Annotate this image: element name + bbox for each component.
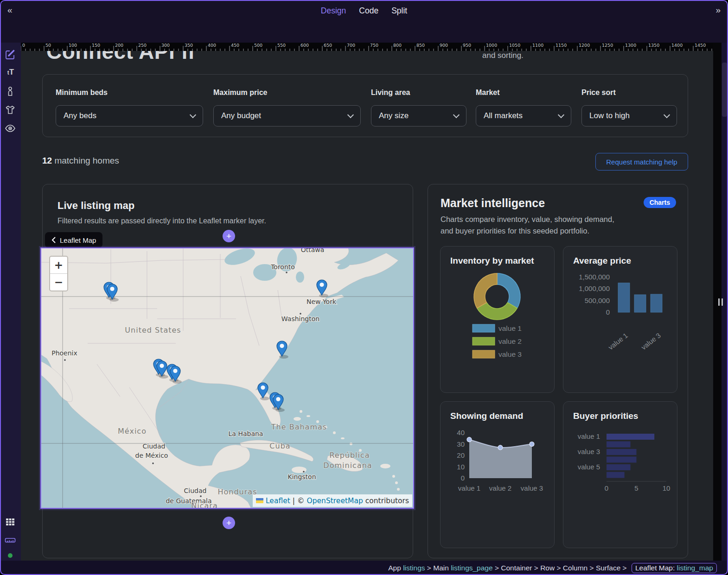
horizontal-ruler: 0501001502002503003504004505005506006507… (19, 43, 713, 51)
breadcrumb-text: > Container > Row > Column > Surface > (493, 564, 629, 572)
map-label: Ciudad (184, 487, 207, 494)
map-label: Ciudad (143, 442, 166, 450)
chevron-down-icon (664, 111, 670, 118)
map-attribution: Leaflet | © OpenStreetMap contributors (253, 494, 412, 507)
grid-apps-icon[interactable] (5, 516, 17, 528)
svg-text:value 1: value 1 (458, 484, 480, 492)
svg-text:50: 50 (45, 43, 51, 48)
price-sort-select[interactable]: Low to high (581, 105, 677, 126)
filters-card: Minimum beds Any beds Maximum price Any … (42, 74, 688, 137)
svg-text:10: 10 (663, 484, 671, 492)
svg-text:20: 20 (457, 451, 465, 459)
svg-text:0: 0 (606, 308, 610, 316)
svg-text:1400: 1400 (671, 43, 683, 48)
edit-tool-icon[interactable] (5, 49, 17, 61)
map-label: Toronto (270, 263, 295, 271)
map-label: Phoenix (51, 349, 77, 357)
map-label: Kingston (287, 473, 316, 480)
visibility-eye-icon[interactable] (5, 123, 17, 135)
svg-text:900: 900 (440, 43, 448, 48)
collapse-left-icon[interactable]: « (7, 5, 13, 15)
add-component-below-button[interactable]: + (223, 517, 235, 529)
svg-text:value 1: value 1 (607, 331, 629, 351)
add-component-above-button[interactable]: + (223, 230, 235, 242)
inventory-by-market-chart-card: Inventory by market value 1value 2value … (440, 246, 555, 393)
breadcrumb: App listings > Main listings_page > Cont… (0, 561, 728, 575)
app-window: « Design Code Split » (0, 0, 728, 575)
svg-text:150: 150 (92, 43, 100, 48)
results-count-text: matching homes (52, 156, 119, 165)
panel-drag-handle[interactable] (718, 298, 723, 306)
svg-text:600: 600 (300, 43, 309, 48)
leaflet-map[interactable]: OttawaTorontoNew YorkWashingtonUnited St… (40, 247, 414, 509)
svg-text:500: 500 (254, 43, 262, 48)
map-card-subtitle: Filtered results are passed directly int… (57, 217, 266, 225)
breadcrumb-link[interactable]: listings_page (451, 564, 492, 572)
selected-component-tag[interactable]: Leaflet Map (45, 232, 102, 248)
minimum-beds-value: Any beds (64, 111, 96, 120)
charts-badge: Charts (644, 197, 676, 208)
svg-text:value 2: value 2 (489, 484, 511, 492)
svg-text:950: 950 (463, 43, 471, 48)
text-tool-icon[interactable]: tT (5, 68, 17, 80)
svg-text:value 3: value 3 (578, 448, 600, 455)
openstreetmap-link[interactable]: OpenStreetMap (307, 497, 363, 505)
ruler-toggle-icon[interactable] (5, 535, 17, 547)
svg-text:650: 650 (324, 43, 332, 48)
theme-shirt-icon[interactable] (5, 104, 17, 116)
status-dot (8, 553, 13, 558)
ukraine-flag-icon (256, 498, 263, 503)
svg-text:0: 0 (22, 43, 25, 48)
collapse-right-icon[interactable]: » (715, 5, 721, 15)
filter-label-price-sort: Price sort (581, 88, 616, 97)
component-tool-icon[interactable] (5, 86, 17, 98)
selected-component-label: Leaflet Map (60, 236, 96, 244)
average-price-chart-card: Average price 0500,0001,000,0001,500,000… (563, 246, 677, 393)
scrollbar-thumb[interactable] (722, 63, 727, 117)
breadcrumb-text: App (388, 564, 403, 572)
map-label: Dominicana (323, 461, 372, 470)
breadcrumb-selected-chip[interactable]: Leaflet Map: listing_map (632, 563, 717, 573)
market-card-subtitle: Charts compare inventory, value, showing… (441, 214, 614, 237)
breadcrumb-link[interactable]: listings (403, 564, 425, 572)
svg-text:0: 0 (461, 474, 465, 482)
svg-text:400: 400 (208, 43, 216, 48)
zoom-out-button[interactable]: − (50, 273, 67, 291)
living-area-select[interactable]: Any size (371, 105, 466, 126)
request-matching-help-button[interactable]: Request matching help (595, 153, 688, 171)
market-select[interactable]: All markets (476, 105, 571, 126)
zoom-in-button[interactable]: + (50, 257, 67, 273)
map-card-title: Live listing map (57, 200, 134, 212)
map-label: Cuba (269, 442, 290, 450)
svg-text:40: 40 (457, 429, 465, 436)
view-tabs: Design Code Split (321, 0, 407, 21)
left-sidebar: tT (0, 43, 21, 562)
design-canvas: Connect API fi and sorting. Minimum beds… (21, 51, 713, 561)
tab-code[interactable]: Code (359, 6, 378, 16)
svg-text:value 1: value 1 (498, 324, 522, 332)
attribution-contributors: contributors (365, 497, 409, 505)
heading-trailing-text: and sorting. (482, 51, 524, 60)
tab-design[interactable]: Design (321, 6, 346, 16)
breadcrumb-chip-name[interactable]: listing_map (677, 564, 713, 572)
svg-text:1,000,000: 1,000,000 (579, 284, 610, 292)
svg-text:1250: 1250 (602, 43, 613, 48)
copyright-symbol: © (297, 497, 305, 505)
tab-split[interactable]: Split (391, 6, 407, 16)
svg-text:700: 700 (347, 43, 355, 48)
svg-text:30: 30 (457, 440, 465, 448)
maximum-price-select[interactable]: Any budget (213, 105, 361, 126)
chevron-down-icon (347, 111, 354, 118)
minimum-beds-select[interactable]: Any beds (56, 105, 203, 126)
leaflet-link[interactable]: Leaflet (266, 497, 290, 505)
market-intelligence-card: Market intelligence Charts Charts compar… (428, 184, 688, 558)
price-sort-value: Low to high (589, 111, 630, 120)
svg-text:10: 10 (457, 463, 465, 471)
svg-text:1450: 1450 (695, 43, 706, 48)
chevron-down-icon (453, 111, 460, 118)
svg-text:350: 350 (185, 43, 193, 48)
inventory-donut-chart: value 1value 2value 3 (441, 246, 554, 392)
breadcrumb-text: > (425, 564, 434, 572)
svg-text:750: 750 (370, 43, 378, 48)
map-label: Nicara (191, 501, 217, 508)
